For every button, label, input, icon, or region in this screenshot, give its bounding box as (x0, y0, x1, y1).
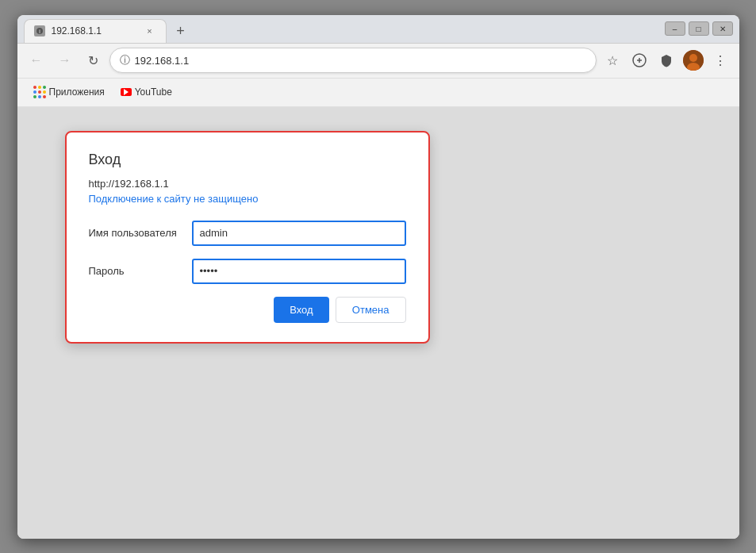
username-row: Имя пользователя (89, 221, 406, 246)
minimize-button[interactable]: – (665, 21, 685, 36)
user-avatar (683, 50, 704, 71)
username-label: Имя пользователя (89, 227, 192, 239)
apps-bookmark[interactable]: Приложения (27, 83, 111, 102)
tab-close-button[interactable]: × (144, 25, 156, 37)
youtube-label: YouTube (135, 86, 172, 98)
maximize-button[interactable]: □ (689, 21, 709, 36)
bookmarks-bar: Приложения YouTube (17, 79, 739, 107)
dialog-url: http://192.168.1.1 (89, 178, 406, 190)
dialog-title: Вход (89, 152, 406, 168)
address-bar[interactable]: ⓘ 192.168.1.1 (109, 48, 597, 73)
tabs-area: i 192.168.1.1 × + (24, 15, 658, 43)
browser-window: i 192.168.1.1 × + – □ ✕ ← → ↻ ⓘ 192.168.… (17, 15, 739, 539)
forward-button[interactable]: → (52, 48, 78, 73)
title-bar: i 192.168.1.1 × + – □ ✕ (17, 15, 739, 44)
new-tab-button[interactable]: + (170, 21, 192, 43)
address-text: 192.168.1.1 (135, 55, 586, 67)
apps-label: Приложения (49, 86, 105, 98)
cancel-button[interactable]: Отмена (336, 297, 406, 323)
back-button[interactable]: ← (24, 48, 49, 73)
lock-icon: ⓘ (120, 53, 130, 67)
close-button[interactable]: ✕ (712, 21, 733, 36)
youtube-icon (121, 88, 132, 96)
page-content: Вход http://192.168.1.1 Подключение к са… (17, 107, 739, 539)
dialog-buttons: Вход Отмена (89, 297, 406, 323)
submit-button[interactable]: Вход (274, 297, 329, 323)
auth-dialog: Вход http://192.168.1.1 Подключение к са… (65, 131, 430, 344)
password-label: Пароль (89, 265, 192, 277)
active-tab[interactable]: i 192.168.1.1 × (24, 19, 167, 43)
password-input[interactable] (192, 259, 406, 284)
youtube-play-icon (124, 89, 129, 95)
nav-bar: ← → ↻ ⓘ 192.168.1.1 ☆ (17, 44, 739, 79)
youtube-bookmark[interactable]: YouTube (114, 83, 178, 101)
username-input[interactable] (192, 221, 406, 246)
svg-point-4 (689, 54, 697, 62)
dialog-warning: Подключение к сайту не защищено (89, 193, 406, 205)
more-button[interactable]: ⋮ (708, 48, 733, 73)
apps-icon (33, 86, 46, 98)
shield-button[interactable] (654, 48, 679, 73)
avatar-button[interactable] (681, 48, 706, 73)
refresh-button[interactable]: ↻ (81, 48, 106, 73)
tab-favicon: i (34, 25, 45, 36)
password-row: Пароль (89, 259, 406, 284)
tab-title: 192.168.1.1 (52, 25, 137, 36)
bookmark-button[interactable]: ☆ (600, 48, 625, 73)
window-controls: – □ ✕ (665, 21, 733, 36)
extensions-button[interactable] (627, 48, 652, 73)
nav-right-icons: ☆ ⋮ (600, 48, 733, 73)
